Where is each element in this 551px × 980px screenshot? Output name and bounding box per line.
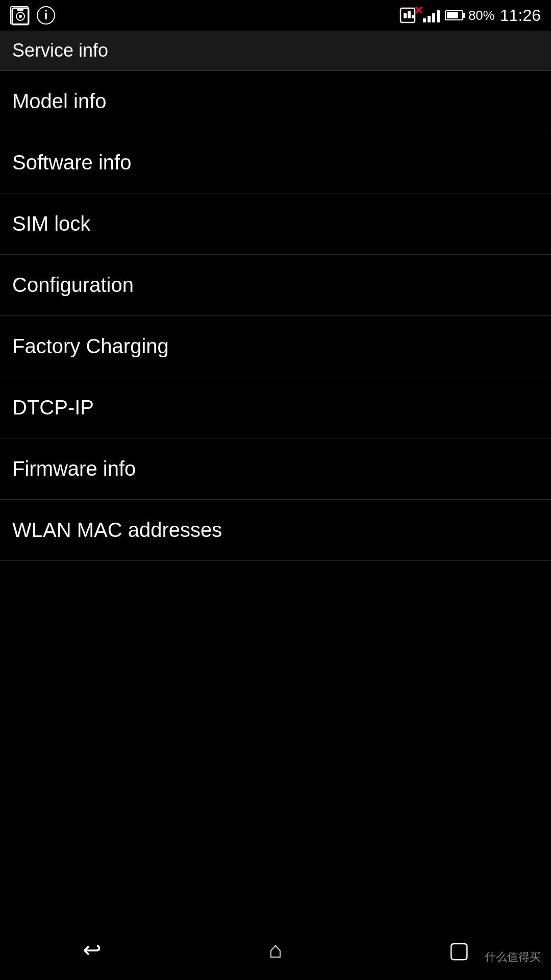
menu-item-label-sim-lock: SIM lock — [12, 212, 90, 235]
menu-item-label-model-info: Model info — [12, 90, 107, 113]
app-bar: Service info — [0, 31, 551, 71]
menu-item-model-info[interactable]: Model info — [0, 71, 551, 132]
home-icon: ⌂ — [269, 939, 283, 961]
screenshot-icon — [10, 6, 29, 24]
status-bar-right: ✕ 80% 11:26 — [399, 6, 541, 25]
menu-item-label-factory-charging: Factory Charging — [12, 335, 169, 358]
menu-item-sim-lock[interactable]: SIM lock — [0, 193, 551, 255]
menu-list: Model infoSoftware infoSIM lockConfigura… — [0, 71, 551, 561]
status-time: 11:26 — [500, 6, 541, 25]
status-bar: i ✕ — [0, 0, 551, 31]
menu-item-configuration[interactable]: Configuration — [0, 255, 551, 316]
menu-item-label-software-info: Software info — [12, 151, 131, 174]
menu-item-wlan-mac-addresses[interactable]: WLAN MAC addresses — [0, 500, 551, 561]
sim-x-icon: ✕ — [414, 4, 423, 17]
info-icon: i — [37, 6, 55, 24]
page-title: Service info — [12, 40, 108, 61]
menu-item-firmware-info[interactable]: Firmware info — [0, 438, 551, 500]
status-bar-left: i — [10, 6, 55, 24]
svg-point-2 — [19, 15, 22, 18]
battery-indicator: 80% — [445, 8, 495, 23]
battery-percent: 80% — [468, 8, 495, 23]
menu-item-label-firmware-info: Firmware info — [12, 457, 136, 480]
svg-rect-3 — [17, 8, 23, 11]
svg-rect-6 — [408, 11, 411, 18]
back-button[interactable]: ↩ — [61, 929, 122, 970]
menu-item-software-info[interactable]: Software info — [0, 132, 551, 193]
nav-bar: ↩ ⌂ ▢ 什么值得买 — [0, 919, 551, 980]
home-button[interactable]: ⌂ — [245, 929, 306, 970]
back-icon: ↩ — [83, 939, 102, 961]
menu-item-label-configuration: Configuration — [12, 274, 134, 297]
signal-icon — [423, 8, 440, 22]
watermark: 什么值得买 — [485, 949, 541, 965]
recents-button[interactable]: ▢ — [429, 929, 490, 970]
menu-item-dtcp-ip[interactable]: DTCP-IP — [0, 377, 551, 438]
battery-icon — [445, 10, 465, 20]
menu-item-label-wlan-mac-addresses: WLAN MAC addresses — [12, 519, 222, 542]
recents-icon: ▢ — [448, 939, 470, 961]
sim-icon: ✕ — [399, 6, 418, 24]
svg-rect-5 — [404, 13, 407, 18]
menu-item-factory-charging[interactable]: Factory Charging — [0, 316, 551, 377]
menu-item-label-dtcp-ip: DTCP-IP — [12, 396, 94, 419]
